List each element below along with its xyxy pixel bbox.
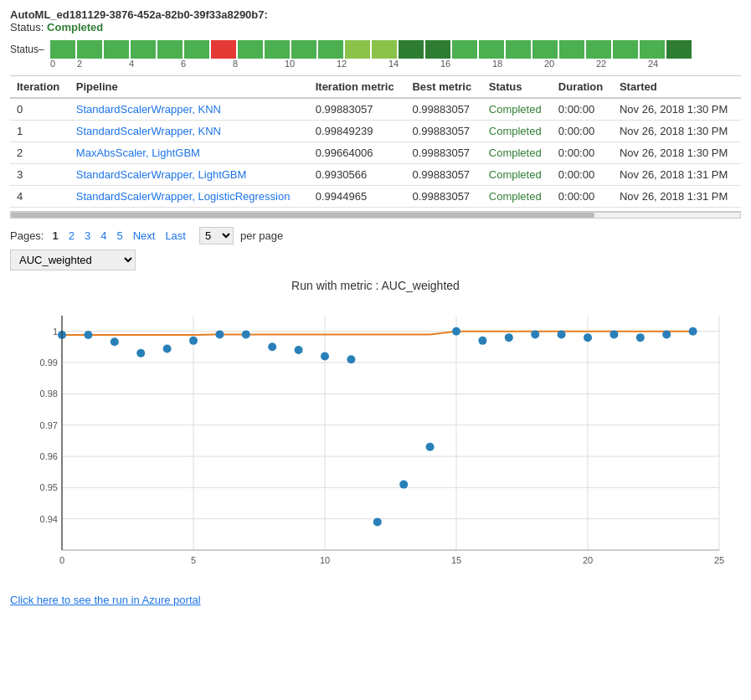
svg-text:0.99: 0.99 xyxy=(39,358,57,368)
page-link-5[interactable]: 5 xyxy=(113,228,126,244)
table-cell: 0:00:00 xyxy=(552,98,613,121)
status-bar-cell xyxy=(238,40,263,59)
axis-tick: 14 xyxy=(388,59,439,69)
table-cell: 3 xyxy=(10,164,69,186)
pipeline-link[interactable]: StandardScalerWrapper, KNN xyxy=(76,125,221,137)
axis-tick: 4 xyxy=(129,59,179,69)
page-link-4[interactable]: 4 xyxy=(97,228,110,244)
last-page-button[interactable]: Last xyxy=(162,228,189,244)
per-page-select[interactable]: 5102050 xyxy=(199,227,234,244)
axis-tick: 18 xyxy=(492,59,543,69)
page-link-3[interactable]: 3 xyxy=(81,228,94,244)
table-cell: Nov 26, 2018 1:31 PM xyxy=(613,186,741,208)
status-bar-cell xyxy=(613,40,638,59)
table-row: 2MaxAbsScaler, LightGBM0.996640060.99883… xyxy=(10,142,741,164)
table-cell: 0:00:00 xyxy=(552,164,613,186)
scroll-bar[interactable] xyxy=(10,212,741,219)
metric-dropdown[interactable]: AUC_weightedaccuracyAUC_macroAUC_micro xyxy=(10,250,741,270)
table-wrapper: IterationPipelineIteration metricBest me… xyxy=(10,75,741,212)
table-cell[interactable]: StandardScalerWrapper, LogisticRegressio… xyxy=(69,186,309,208)
status-bar-cell xyxy=(506,40,531,59)
per-page-label: per page xyxy=(240,229,283,242)
status-bar-cell xyxy=(532,40,558,59)
status-bar-cell xyxy=(157,40,183,59)
status-bar-cell xyxy=(425,40,450,59)
chart-point xyxy=(84,331,92,339)
svg-text:20: 20 xyxy=(582,555,592,565)
table-cell: 0:00:00 xyxy=(552,186,613,208)
chart-point xyxy=(425,443,434,451)
table-header: Duration xyxy=(552,76,613,99)
table-cell[interactable]: StandardScalerWrapper, LightGBM xyxy=(69,164,309,186)
table-row: 1StandardScalerWrapper, KNN0.998492390.9… xyxy=(10,121,741,142)
axis-tick: 0 xyxy=(50,59,75,69)
scroll-thumb xyxy=(11,213,594,218)
chart-point xyxy=(110,337,118,346)
table-header: Status xyxy=(482,76,552,99)
chart-point xyxy=(688,327,697,336)
pipeline-link[interactable]: StandardScalerWrapper, LogisticRegressio… xyxy=(76,190,291,203)
chart-point xyxy=(584,333,592,342)
table-cell[interactable]: StandardScalerWrapper, KNN xyxy=(69,98,309,121)
pipeline-link[interactable]: StandardScalerWrapper, KNN xyxy=(76,103,221,116)
svg-text:0.95: 0.95 xyxy=(39,482,57,492)
status-bar-cell xyxy=(586,40,611,59)
table-cell: Nov 26, 2018 1:31 PM xyxy=(613,164,741,186)
svg-text:0.96: 0.96 xyxy=(39,451,57,461)
table-cell[interactable]: StandardScalerWrapper, KNN xyxy=(69,121,309,142)
table-row: 0StandardScalerWrapper, KNN0.998830570.9… xyxy=(10,98,741,121)
page-link-2[interactable]: 2 xyxy=(65,228,78,244)
chart-area: 10.990.980.970.960.950.940510152025 xyxy=(16,299,736,584)
svg-text:0.94: 0.94 xyxy=(39,514,57,524)
svg-text:0: 0 xyxy=(59,555,64,565)
chart-point xyxy=(189,337,198,345)
main-chart: 10.990.980.970.960.950.940510152025 xyxy=(16,299,736,584)
status-bar-cell xyxy=(211,40,236,59)
chart-point xyxy=(321,353,329,361)
table-cell[interactable]: MaxAbsScaler, LightGBM xyxy=(69,142,309,164)
table-cell: 0.99849239 xyxy=(309,121,406,142)
table-cell: Completed xyxy=(482,164,552,186)
chart-point xyxy=(136,349,145,358)
next-page-button[interactable]: Next xyxy=(130,228,159,244)
table-row: 4StandardScalerWrapper, LogisticRegressi… xyxy=(10,186,741,208)
chart-point xyxy=(399,481,408,489)
chart-point xyxy=(452,327,460,336)
chart-point xyxy=(557,330,565,338)
status-label: Status: xyxy=(10,21,44,33)
status-bar-cell xyxy=(265,40,290,59)
chart-container: Run with metric : AUC_weighted 10.990.98… xyxy=(16,279,736,584)
table-cell: 0.99883057 xyxy=(405,121,481,142)
table-header: Pipeline xyxy=(69,76,309,99)
table-row: 3StandardScalerWrapper, LightGBM0.993056… xyxy=(10,164,741,186)
pipeline-link[interactable]: StandardScalerWrapper, LightGBM xyxy=(76,168,247,181)
pipeline-link[interactable]: MaxAbsScaler, LightGBM xyxy=(76,147,200,159)
metric-select[interactable]: AUC_weightedaccuracyAUC_macroAUC_micro xyxy=(10,250,136,270)
pagination-label: Pages: xyxy=(10,229,44,242)
pagination: Pages: 12345NextLast5102050per page xyxy=(10,222,741,250)
table-cell: 0.99883057 xyxy=(405,142,481,164)
chart-point xyxy=(294,346,302,354)
status-value: Completed xyxy=(47,21,103,33)
status-bar-cell xyxy=(184,40,209,59)
chart-point xyxy=(162,345,171,353)
data-table: IterationPipelineIteration metricBest me… xyxy=(10,75,741,208)
azure-portal-link[interactable]: Click here to see the run in Azure porta… xyxy=(10,594,201,606)
status-bar-cell xyxy=(50,40,75,59)
table-cell: 0.99883057 xyxy=(405,98,481,121)
axis-tick: 24 xyxy=(648,59,698,69)
chart-point xyxy=(347,355,355,363)
table-cell: Completed xyxy=(482,142,552,164)
status-bar-cell xyxy=(479,40,504,59)
chart-title: Run with metric : AUC_weighted xyxy=(16,279,736,292)
status-chart: Status– 024681012141618202224 xyxy=(10,40,741,69)
chart-point xyxy=(268,342,276,351)
table-header: Iteration xyxy=(10,76,69,99)
status-bar-cell xyxy=(345,40,370,59)
status-bar-label: Status– xyxy=(10,44,47,55)
table-cell: 2 xyxy=(10,142,69,164)
table-header: Iteration metric xyxy=(309,76,406,99)
chart-point xyxy=(662,330,671,338)
table-cell: 1 xyxy=(10,121,69,142)
page-current: 1 xyxy=(49,228,61,244)
